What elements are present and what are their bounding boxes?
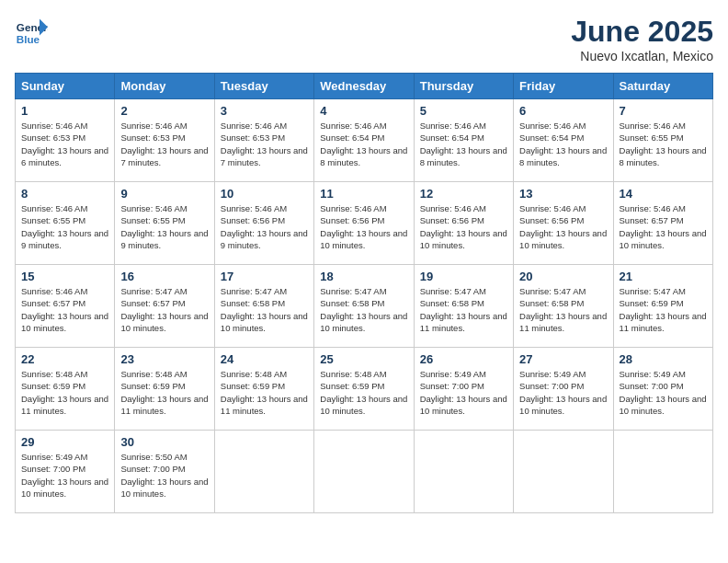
day-info: Sunrise: 5:49 AMSunset: 7:00 PMDaylight:… <box>620 368 707 417</box>
day-number: 24 <box>221 352 308 366</box>
table-row: 16 Sunrise: 5:47 AMSunset: 6:57 PMDaylig… <box>115 265 214 348</box>
day-info: Sunrise: 5:48 AMSunset: 6:59 PMDaylight:… <box>120 368 208 417</box>
day-info: Sunrise: 5:47 AMSunset: 6:58 PMDaylight:… <box>420 285 507 334</box>
day-info: Sunrise: 5:46 AMSunset: 6:55 PMDaylight:… <box>620 120 707 168</box>
table-row: 27 Sunrise: 5:49 AMSunset: 7:00 PMDaylig… <box>514 348 613 431</box>
day-number: 5 <box>420 104 507 118</box>
day-info: Sunrise: 5:46 AMSunset: 6:54 PMDaylight:… <box>420 120 507 168</box>
col-saturday: Saturday <box>613 74 712 99</box>
day-number: 23 <box>120 352 208 366</box>
col-wednesday: Wednesday <box>314 74 414 99</box>
calendar-table: Sunday Monday Tuesday Wednesday Thursday… <box>15 73 713 513</box>
table-row: 24 Sunrise: 5:48 AMSunset: 6:59 PMDaylig… <box>214 348 313 431</box>
day-number: 12 <box>420 187 507 201</box>
table-row: 8 Sunrise: 5:46 AMSunset: 6:55 PMDayligh… <box>16 182 115 265</box>
day-number: 16 <box>120 270 208 283</box>
table-row: 1 Sunrise: 5:46 AMSunset: 6:53 PMDayligh… <box>16 99 115 182</box>
day-info: Sunrise: 5:48 AMSunset: 6:59 PMDaylight:… <box>221 368 308 417</box>
day-info: Sunrise: 5:49 AMSunset: 7:00 PMDaylight:… <box>519 368 607 417</box>
calendar-week-row: 22 Sunrise: 5:48 AMSunset: 6:59 PMDaylig… <box>16 348 713 431</box>
day-number: 8 <box>21 187 108 201</box>
table-row <box>613 431 712 513</box>
table-row: 21 Sunrise: 5:47 AMSunset: 6:59 PMDaylig… <box>613 265 712 348</box>
day-number: 17 <box>221 270 308 283</box>
col-monday: Monday <box>115 74 214 99</box>
col-friday: Friday <box>514 74 613 99</box>
table-row: 4 Sunrise: 5:46 AMSunset: 6:54 PMDayligh… <box>314 99 414 182</box>
table-row: 20 Sunrise: 5:47 AMSunset: 6:58 PMDaylig… <box>514 265 613 348</box>
day-number: 1 <box>21 104 108 118</box>
day-number: 9 <box>120 187 208 201</box>
day-info: Sunrise: 5:49 AMSunset: 7:00 PMDaylight:… <box>21 451 108 500</box>
day-info: Sunrise: 5:50 AMSunset: 7:00 PMDaylight:… <box>120 451 208 500</box>
day-info: Sunrise: 5:48 AMSunset: 6:59 PMDaylight:… <box>21 368 108 417</box>
table-row: 5 Sunrise: 5:46 AMSunset: 6:54 PMDayligh… <box>414 99 513 182</box>
logo: General Blue <box>15 15 48 48</box>
day-number: 29 <box>21 435 108 449</box>
day-number: 11 <box>320 187 407 201</box>
table-row: 7 Sunrise: 5:46 AMSunset: 6:55 PMDayligh… <box>613 99 712 182</box>
table-row: 17 Sunrise: 5:47 AMSunset: 6:58 PMDaylig… <box>214 265 313 348</box>
table-row: 23 Sunrise: 5:48 AMSunset: 6:59 PMDaylig… <box>115 348 214 431</box>
day-info: Sunrise: 5:47 AMSunset: 6:58 PMDaylight:… <box>519 285 607 334</box>
day-number: 22 <box>21 352 108 366</box>
day-number: 4 <box>320 104 407 118</box>
table-row: 25 Sunrise: 5:48 AMSunset: 6:59 PMDaylig… <box>314 348 414 431</box>
table-row: 28 Sunrise: 5:49 AMSunset: 7:00 PMDaylig… <box>613 348 712 431</box>
table-row: 9 Sunrise: 5:46 AMSunset: 6:55 PMDayligh… <box>115 182 214 265</box>
day-info: Sunrise: 5:46 AMSunset: 6:53 PMDaylight:… <box>221 120 308 168</box>
day-info: Sunrise: 5:49 AMSunset: 7:00 PMDaylight:… <box>420 368 507 417</box>
day-number: 2 <box>120 104 208 118</box>
day-info: Sunrise: 5:46 AMSunset: 6:56 PMDaylight:… <box>420 202 507 251</box>
day-info: Sunrise: 5:46 AMSunset: 6:55 PMDaylight:… <box>120 202 208 251</box>
table-row <box>514 431 613 513</box>
calendar-week-row: 15 Sunrise: 5:46 AMSunset: 6:57 PMDaylig… <box>16 265 713 348</box>
day-number: 21 <box>620 270 707 283</box>
day-info: Sunrise: 5:46 AMSunset: 6:56 PMDaylight:… <box>320 202 407 251</box>
table-row: 10 Sunrise: 5:46 AMSunset: 6:56 PMDaylig… <box>214 182 313 265</box>
table-row: 26 Sunrise: 5:49 AMSunset: 7:00 PMDaylig… <box>414 348 513 431</box>
table-row: 30 Sunrise: 5:50 AMSunset: 7:00 PMDaylig… <box>115 431 214 513</box>
table-row: 18 Sunrise: 5:47 AMSunset: 6:58 PMDaylig… <box>314 265 414 348</box>
day-number: 6 <box>519 104 607 118</box>
table-row <box>314 431 414 513</box>
day-number: 20 <box>519 270 607 283</box>
day-info: Sunrise: 5:46 AMSunset: 6:57 PMDaylight:… <box>620 202 707 251</box>
day-info: Sunrise: 5:46 AMSunset: 6:57 PMDaylight:… <box>21 285 108 334</box>
day-number: 19 <box>420 270 507 283</box>
day-info: Sunrise: 5:46 AMSunset: 6:54 PMDaylight:… <box>519 120 607 168</box>
table-row: 12 Sunrise: 5:46 AMSunset: 6:56 PMDaylig… <box>414 182 513 265</box>
day-number: 26 <box>420 352 507 366</box>
calendar-week-row: 8 Sunrise: 5:46 AMSunset: 6:55 PMDayligh… <box>16 182 713 265</box>
table-row: 3 Sunrise: 5:46 AMSunset: 6:53 PMDayligh… <box>214 99 313 182</box>
day-info: Sunrise: 5:46 AMSunset: 6:55 PMDaylight:… <box>21 202 108 251</box>
page-header: General Blue June 2025 Nuevo Ixcatlan, M… <box>15 15 713 63</box>
day-info: Sunrise: 5:46 AMSunset: 6:54 PMDaylight:… <box>320 120 407 168</box>
day-number: 30 <box>120 435 208 449</box>
day-number: 13 <box>519 187 607 201</box>
calendar-header-row: Sunday Monday Tuesday Wednesday Thursday… <box>16 74 713 99</box>
location-title: Nuevo Ixcatlan, Mexico <box>571 49 713 63</box>
day-number: 7 <box>620 104 707 118</box>
table-row <box>214 431 313 513</box>
day-info: Sunrise: 5:46 AMSunset: 6:56 PMDaylight:… <box>221 202 308 251</box>
day-info: Sunrise: 5:47 AMSunset: 6:59 PMDaylight:… <box>620 285 707 334</box>
day-number: 25 <box>320 352 407 366</box>
calendar-week-row: 1 Sunrise: 5:46 AMSunset: 6:53 PMDayligh… <box>16 99 713 182</box>
table-row: 2 Sunrise: 5:46 AMSunset: 6:53 PMDayligh… <box>115 99 214 182</box>
table-row: 13 Sunrise: 5:46 AMSunset: 6:56 PMDaylig… <box>514 182 613 265</box>
day-info: Sunrise: 5:46 AMSunset: 6:56 PMDaylight:… <box>519 202 607 251</box>
month-title: June 2025 <box>571 15 713 49</box>
table-row: 19 Sunrise: 5:47 AMSunset: 6:58 PMDaylig… <box>414 265 513 348</box>
day-number: 27 <box>519 352 607 366</box>
day-number: 3 <box>221 104 308 118</box>
day-number: 15 <box>21 270 108 283</box>
table-row: 29 Sunrise: 5:49 AMSunset: 7:00 PMDaylig… <box>16 431 115 513</box>
day-info: Sunrise: 5:47 AMSunset: 6:58 PMDaylight:… <box>320 285 407 334</box>
calendar-week-row: 29 Sunrise: 5:49 AMSunset: 7:00 PMDaylig… <box>16 431 713 513</box>
col-thursday: Thursday <box>414 74 513 99</box>
col-tuesday: Tuesday <box>214 74 313 99</box>
table-row: 11 Sunrise: 5:46 AMSunset: 6:56 PMDaylig… <box>314 182 414 265</box>
table-row: 14 Sunrise: 5:46 AMSunset: 6:57 PMDaylig… <box>613 182 712 265</box>
col-sunday: Sunday <box>16 74 115 99</box>
